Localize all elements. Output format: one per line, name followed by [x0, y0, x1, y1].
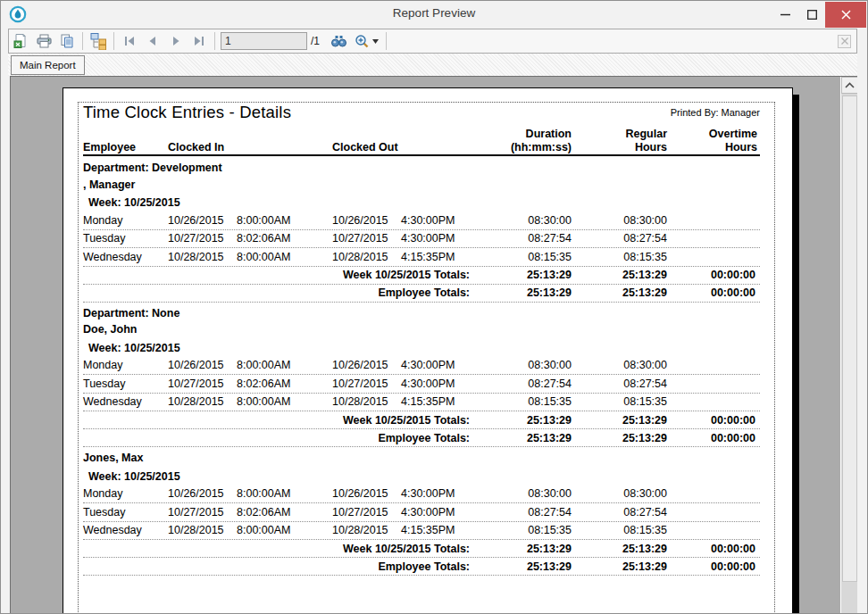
duration-cell: 08:30:00 — [482, 214, 572, 227]
employee-name: , Manager — [83, 177, 760, 194]
toolbar: /1 — [8, 29, 857, 54]
totals-duration: 25:13:29 — [482, 432, 572, 444]
regular-cell: 08:15:35 — [572, 395, 667, 408]
clock-cell: 10/26/20154:30:00PM — [329, 359, 482, 371]
clock-cell: 10/27/20154:30:00PM — [329, 506, 482, 519]
zoom-icon — [355, 34, 370, 49]
col-overtime-hours: OvertimeHours — [667, 128, 760, 155]
week-label: Week: 10/25/2015 — [83, 193, 760, 212]
toolbar-separator — [386, 32, 387, 50]
printed-by-label: Printed By: Manager — [671, 107, 760, 118]
day-cell: Wednesday — [83, 251, 168, 263]
print-button[interactable] — [32, 30, 55, 52]
close-view-button[interactable] — [838, 35, 851, 48]
clock-cell: 10/28/20158:00:00AM — [168, 251, 329, 263]
totals-regular: 25:13:29 — [572, 560, 667, 573]
day-cell: Tuesday — [83, 232, 168, 245]
totals-duration: 25:13:29 — [482, 286, 572, 299]
totals-overtime: 00:00:00 — [667, 560, 760, 573]
col-clocked-in: Clocked In — [168, 141, 329, 154]
vertical-scrollbar[interactable] — [840, 77, 857, 613]
maximize-button[interactable] — [798, 2, 825, 28]
last-page-icon — [192, 35, 206, 47]
duration-cell: 08:27:54 — [482, 378, 572, 390]
duration-cell: 08:30:00 — [482, 487, 572, 500]
duration-cell: 08:15:35 — [482, 524, 572, 536]
previous-page-icon — [146, 35, 160, 47]
regular-cell: 08:27:54 — [572, 506, 667, 519]
report-body: Department: Development, ManagerWeek: 10… — [83, 160, 760, 576]
page-number-input[interactable] — [221, 32, 307, 50]
duration-cell: 08:30:00 — [482, 359, 572, 371]
totals-regular: 25:13:29 — [572, 269, 667, 281]
duration-cell: 08:27:54 — [482, 232, 572, 245]
tab-main-report[interactable]: Main Report — [11, 55, 85, 75]
zoom-button[interactable] — [350, 30, 382, 52]
export-button[interactable] — [9, 30, 32, 52]
first-page-icon — [122, 35, 137, 47]
table-row: Wednesday10/28/20158:00:00AM10/28/20154:… — [83, 394, 760, 412]
clock-cell: 10/28/20158:00:00AM — [168, 524, 329, 536]
day-cell: Monday — [83, 214, 168, 227]
page-shadow — [793, 95, 799, 613]
totals-overtime: 00:00:00 — [667, 432, 760, 444]
col-duration: Duration(hh:mm:ss) — [482, 128, 572, 155]
clock-cell: 10/26/20154:30:00PM — [329, 487, 482, 500]
regular-cell: 08:27:54 — [572, 232, 667, 245]
scrollbar-thumb[interactable] — [842, 95, 857, 582]
table-row: Monday10/26/20158:00:00AM10/26/20154:30:… — [83, 485, 760, 504]
regular-cell: 08:15:35 — [572, 524, 667, 536]
clock-cell: 10/27/20158:02:06AM — [168, 378, 329, 390]
toggle-group-tree-button[interactable] — [87, 30, 110, 52]
next-page-button[interactable] — [164, 30, 188, 52]
tab-strip: Main Report — [8, 54, 857, 76]
minimize-button[interactable] — [772, 2, 798, 28]
report-page: Time Clock Entries - Details Printed By:… — [63, 87, 793, 613]
totals-regular: 25:13:29 — [572, 414, 667, 427]
col-regular-hours: RegularHours — [572, 128, 667, 155]
title-bar: Report Preview — [1, 1, 867, 28]
close-button[interactable] — [825, 2, 866, 28]
totals-label: Week 10/25/2015 Totals: — [83, 543, 482, 555]
first-page-button[interactable] — [118, 30, 141, 52]
col-clocked-out: Clocked Out — [332, 141, 482, 154]
scroll-up-button[interactable] — [841, 77, 857, 94]
table-row: Tuesday10/27/20158:02:06AM10/27/20154:30… — [83, 503, 760, 522]
copy-button[interactable] — [55, 30, 79, 52]
next-page-icon — [169, 35, 183, 47]
day-cell: Tuesday — [83, 506, 168, 519]
clock-cell: 10/28/20154:15:35PM — [329, 251, 482, 263]
clock-cell: 10/26/20158:00:00AM — [168, 359, 329, 371]
employee-totals-row: Employee Totals:25:13:2925:13:2900:00:00 — [83, 558, 760, 576]
table-header-row: Employee Clocked In Clocked Out Duration… — [83, 128, 760, 156]
clock-cell: 10/28/20154:15:35PM — [329, 524, 482, 536]
totals-label: Week 10/25/2015 Totals: — [83, 269, 482, 281]
clock-cell: 10/27/20158:02:06AM — [168, 232, 329, 245]
previous-page-button[interactable] — [141, 30, 164, 52]
totals-overtime: 00:00:00 — [667, 286, 760, 299]
totals-regular: 25:13:29 — [572, 286, 667, 299]
day-cell: Wednesday — [83, 395, 168, 408]
find-button[interactable] — [327, 30, 350, 52]
col-employee: Employee — [83, 141, 168, 154]
table-row: Tuesday10/27/20158:02:06AM10/27/20154:30… — [83, 230, 760, 249]
toolbar-separator — [214, 32, 215, 50]
table-row: Tuesday10/27/20158:02:06AM10/27/20154:30… — [83, 375, 760, 394]
totals-duration: 25:13:29 — [482, 560, 572, 573]
regular-cell: 08:30:00 — [572, 359, 667, 371]
last-page-button[interactable] — [188, 30, 211, 52]
employee-totals-row: Employee Totals:25:13:2925:13:2900:00:00 — [83, 285, 760, 303]
clock-cell: 10/27/20154:30:00PM — [329, 232, 482, 245]
report-viewer-area: Time Clock Entries - Details Printed By:… — [10, 76, 857, 613]
totals-duration: 25:13:29 — [482, 269, 572, 281]
duration-cell: 08:27:54 — [482, 506, 572, 519]
totals-label: Employee Totals: — [83, 286, 482, 299]
duration-cell: 08:15:35 — [482, 251, 572, 263]
employee-name: Doe, John — [83, 321, 760, 338]
clock-cell: 10/28/20158:00:00AM — [168, 395, 329, 408]
report-title: Time Clock Entries - Details — [83, 103, 291, 121]
employee-totals-row: Employee Totals:25:13:2925:13:2900:00:00 — [83, 429, 760, 447]
window-title: Report Preview — [393, 6, 475, 20]
week-label: Week: 10/25/2015 — [83, 338, 760, 357]
week-totals-row: Week 10/25/2015 Totals:25:13:2925:13:290… — [83, 540, 760, 558]
